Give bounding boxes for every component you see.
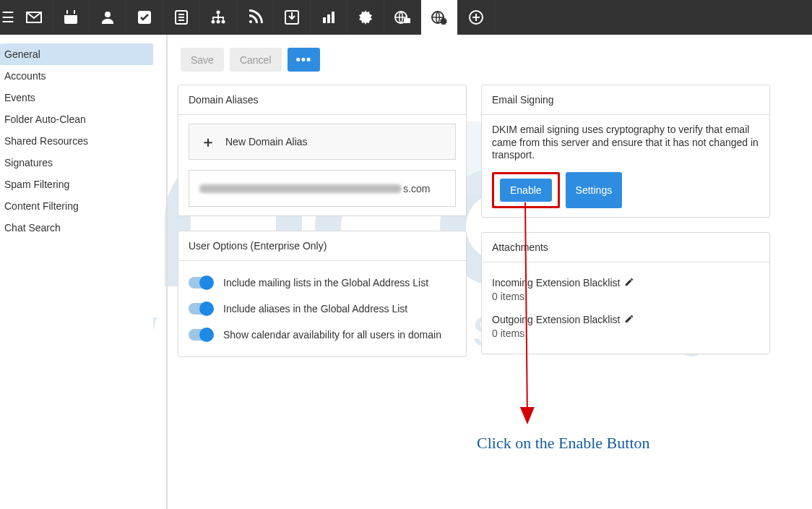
settings-button[interactable]: Settings <box>566 172 623 208</box>
card-header: Domain Aliases <box>178 85 466 115</box>
cancel-button[interactable]: Cancel <box>230 48 282 72</box>
toggle-aliases[interactable] <box>189 303 213 315</box>
svg-rect-22 <box>404 18 410 23</box>
dkim-description: DKIM email signing uses cryptography to … <box>492 124 759 162</box>
svg-point-4 <box>105 12 111 17</box>
card-header: Email Signing <box>482 85 769 115</box>
nav-tasks-icon[interactable] <box>126 0 163 35</box>
nav-settings-icon[interactable] <box>347 0 384 35</box>
sidebar-item-events[interactable]: Events <box>0 87 153 108</box>
svg-point-13 <box>222 20 225 24</box>
highlight-box: Enable <box>492 172 560 208</box>
save-button[interactable]: Save <box>181 48 224 72</box>
sidebar-item-content-filtering[interactable]: Content Filtering <box>0 195 153 217</box>
email-signing-card: Email Signing DKIM email signing uses cr… <box>481 85 770 218</box>
nav-notes-icon[interactable] <box>163 0 200 35</box>
nav-globe-admin-icon[interactable] <box>384 0 421 35</box>
outgoing-blacklist-label: Outgoing Extension Blacklist <box>492 314 620 325</box>
svg-point-10 <box>217 11 220 14</box>
top-navbar: ☰ <box>0 0 812 35</box>
menu-icon[interactable]: ☰ <box>0 0 16 35</box>
toolbar: Save Cancel ••• <box>178 48 812 72</box>
redacted-text <box>199 184 402 193</box>
nav-calendar-icon[interactable] <box>53 0 90 35</box>
plus-icon: ＋ <box>201 134 215 149</box>
incoming-count: 0 items <box>492 291 759 302</box>
svg-rect-1 <box>64 12 77 15</box>
domain-aliases-card: Domain Aliases ＋ New Domain Alias s.com <box>178 85 467 216</box>
nav-add-icon[interactable] <box>458 0 495 35</box>
nav-inbox-icon[interactable] <box>274 0 311 35</box>
more-button[interactable]: ••• <box>288 48 321 72</box>
new-domain-alias-button[interactable]: ＋ New Domain Alias <box>189 124 456 160</box>
svg-point-12 <box>217 20 220 24</box>
sidebar-item-general[interactable]: General <box>0 43 153 65</box>
svg-rect-18 <box>327 14 330 23</box>
toggle-mailing-lists[interactable] <box>189 277 213 288</box>
user-options-card: User Options (Enterprise Only) Include m… <box>178 231 467 357</box>
new-domain-alias-label: New Domain Alias <box>225 136 308 147</box>
nav-domain-settings-icon[interactable] <box>421 0 458 35</box>
settings-sidebar: General Accounts Events Folder Auto-Clea… <box>0 35 153 509</box>
toggle-label: Show calendar availability for all users… <box>223 329 441 341</box>
enable-button[interactable]: Enable <box>500 179 552 202</box>
nav-mail-icon[interactable] <box>16 0 53 35</box>
sidebar-item-chat-search[interactable]: Chat Search <box>0 217 153 239</box>
nav-rss-icon[interactable] <box>237 0 274 35</box>
svg-rect-17 <box>323 17 326 23</box>
svg-rect-19 <box>332 12 334 23</box>
sidebar-item-spam-filtering[interactable]: Spam Filtering <box>0 174 153 195</box>
sidebar-item-folder-auto-clean[interactable]: Folder Auto-Clean <box>0 108 153 130</box>
svg-point-14 <box>249 20 252 23</box>
edit-icon[interactable] <box>624 277 634 289</box>
card-header: Attachments <box>482 233 769 262</box>
nav-orgchart-icon[interactable] <box>200 0 237 35</box>
toggle-label: Include mailing lists in the Global Addr… <box>223 277 428 288</box>
svg-point-11 <box>212 20 215 24</box>
domain-suffix: s.com <box>403 183 430 194</box>
attachments-card: Attachments Incoming Extension Blacklist… <box>481 232 770 354</box>
outgoing-count: 0 items <box>492 328 759 339</box>
vertical-divider <box>166 35 168 509</box>
nav-contacts-icon[interactable] <box>90 0 126 35</box>
toggle-label: Include aliases in the Global Address Li… <box>223 303 407 315</box>
svg-rect-2 <box>66 10 68 14</box>
sidebar-item-signatures[interactable]: Signatures <box>0 152 153 174</box>
main-content: Save Cancel ••• Domain Aliases ＋ New Dom… <box>178 35 812 509</box>
svg-rect-3 <box>74 10 75 14</box>
domain-alias-item[interactable]: s.com <box>189 170 456 207</box>
nav-reports-icon[interactable] <box>311 0 347 35</box>
incoming-blacklist-label: Incoming Extension Blacklist <box>492 277 620 288</box>
toggle-calendar-availability[interactable] <box>189 329 213 341</box>
card-header: User Options (Enterprise Only) <box>178 231 466 261</box>
sidebar-item-shared-resources[interactable]: Shared Resources <box>0 130 153 152</box>
edit-icon[interactable] <box>624 314 634 326</box>
sidebar-item-accounts[interactable]: Accounts <box>0 65 153 87</box>
